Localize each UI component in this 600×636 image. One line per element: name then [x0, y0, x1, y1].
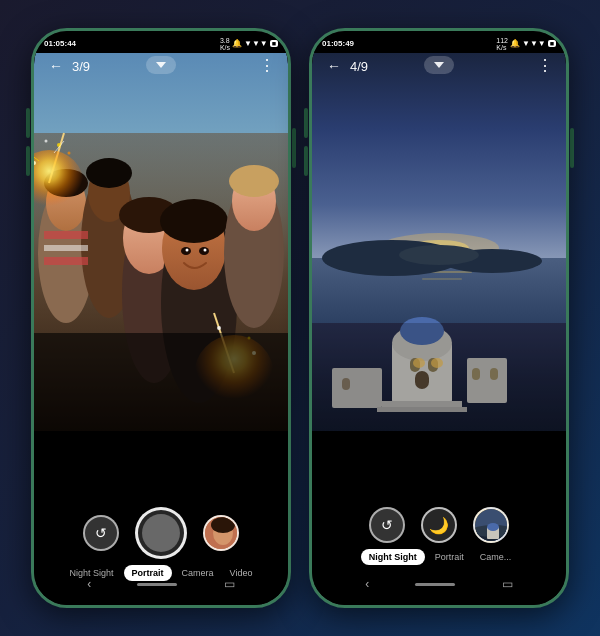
status-time-1: 01:05:44	[44, 39, 76, 48]
phone-2-screen: 01:05:49 112K/s 🔔 ▼▼▼ ■	[312, 31, 566, 605]
power-button[interactable]	[292, 128, 296, 168]
mode-camera-2[interactable]: Came...	[474, 549, 518, 565]
svg-rect-68	[312, 323, 566, 431]
night-sight-button[interactable]: 🌙	[421, 507, 457, 543]
back-button-1[interactable]	[46, 56, 66, 76]
phone-1: 01:05:44 3.8K/s 🔔 ▼▼▼ ■	[31, 28, 291, 608]
svg-rect-38	[34, 333, 288, 431]
svg-point-13	[160, 199, 228, 243]
volume-down-button-2[interactable]	[304, 146, 308, 176]
svg-point-33	[217, 326, 221, 330]
svg-point-37	[204, 249, 207, 252]
phone-1-screen: 01:05:44 3.8K/s 🔔 ▼▼▼ ■	[34, 31, 288, 605]
svg-point-51	[399, 245, 479, 265]
scene-photo-1	[34, 53, 288, 431]
moon-icon: 🌙	[429, 516, 449, 535]
rotate-button-1[interactable]: ↺	[83, 515, 119, 551]
svg-point-7	[86, 158, 132, 188]
mode-portrait-2[interactable]: Portrait	[429, 549, 470, 565]
status-time-2: 01:05:49	[322, 39, 354, 48]
rotate-icon-2: ↺	[381, 517, 393, 533]
shutter-button-1[interactable]	[135, 507, 187, 559]
page-count-2: 4/9	[350, 59, 368, 74]
rotate-button-2[interactable]: ↺	[369, 507, 405, 543]
status-bar-1: 01:05:44 3.8K/s 🔔 ▼▼▼ ■	[34, 31, 288, 53]
top-left-nav-2: 4/9	[324, 56, 368, 76]
mode-tabs-2: Night Sight Portrait Came...	[312, 549, 566, 565]
svg-rect-19	[44, 257, 88, 265]
svg-point-73	[487, 523, 499, 531]
chevron-dropdown-1[interactable]	[146, 56, 176, 74]
power-button-2[interactable]	[570, 128, 574, 168]
camera-controls-2: ↺ 🌙	[369, 507, 509, 543]
svg-rect-18	[44, 245, 88, 251]
rotate-icon-1: ↺	[95, 525, 107, 541]
status-bar-2: 01:05:49 112K/s 🔔 ▼▼▼ ■	[312, 31, 566, 53]
system-nav-1: ‹ ▭	[34, 577, 288, 591]
svg-point-41	[211, 517, 235, 533]
svg-point-24	[45, 140, 48, 143]
svg-point-16	[229, 165, 279, 197]
nav-recents-2[interactable]: ▭	[502, 577, 513, 591]
nav-back-2[interactable]: ‹	[365, 577, 369, 591]
scene-photo-2	[312, 53, 566, 431]
home-bar-1[interactable]	[137, 583, 177, 586]
volume-down-button[interactable]	[26, 146, 30, 176]
volume-up-button[interactable]	[26, 108, 30, 138]
nav-recents-1[interactable]: ▭	[224, 577, 235, 591]
phone-1-body: 01:05:44 3.8K/s 🔔 ▼▼▼ ■	[31, 28, 291, 608]
page-count-1: 3/9	[72, 59, 90, 74]
shutter-inner-1	[142, 514, 180, 552]
svg-rect-17	[44, 231, 88, 239]
mode-night-sight-2[interactable]: Night Sight	[361, 549, 425, 565]
top-right-nav-2: ⋮	[537, 56, 554, 75]
chevron-icon-2	[434, 62, 444, 68]
menu-button-1[interactable]: ⋮	[259, 57, 276, 74]
svg-point-26	[68, 152, 71, 155]
thumbnail-1[interactable]	[203, 515, 239, 551]
phone-2-body: 01:05:49 112K/s 🔔 ▼▼▼ ■	[309, 28, 569, 608]
menu-button-2[interactable]: ⋮	[537, 57, 554, 74]
nav-back-1[interactable]: ‹	[87, 577, 91, 591]
thumbnail-2[interactable]	[473, 507, 509, 543]
camera-controls-1: ↺	[83, 507, 239, 559]
svg-rect-48	[422, 278, 462, 280]
volume-up-button-2[interactable]	[304, 108, 308, 138]
status-icons-1: 3.8K/s 🔔 ▼▼▼ ■	[220, 37, 278, 51]
home-bar-2[interactable]	[415, 583, 455, 586]
top-right-nav-1: ⋮	[259, 56, 276, 75]
system-nav-2: ‹ ▭	[312, 577, 566, 591]
phone-2: 01:05:49 112K/s 🔔 ▼▼▼ ■	[309, 28, 569, 608]
top-left-nav-1: 3/9	[46, 56, 90, 76]
chevron-icon-1	[156, 62, 166, 68]
back-button-2[interactable]	[324, 56, 344, 76]
status-icons-2: 112K/s 🔔 ▼▼▼ ■	[496, 37, 556, 51]
svg-point-36	[186, 249, 189, 252]
chevron-dropdown-2[interactable]	[424, 56, 454, 74]
